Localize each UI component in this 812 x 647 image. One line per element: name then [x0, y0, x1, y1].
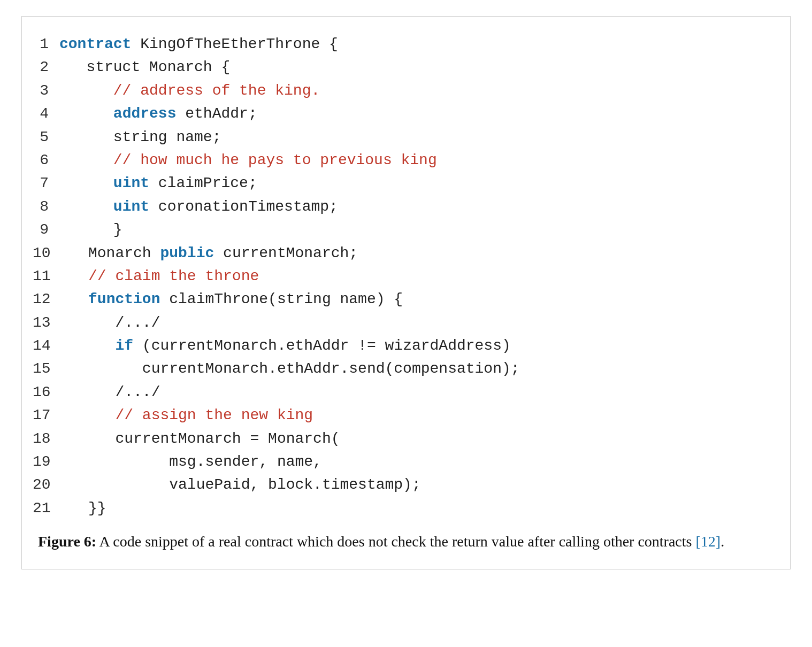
line-number: 20 — [33, 473, 62, 496]
line-content: string name; — [59, 126, 221, 149]
figure-caption: Figure 6: A code snippet of a real contr… — [33, 530, 769, 553]
line-number: 6 — [33, 149, 59, 172]
line-number: 7 — [33, 172, 59, 195]
line-number: 15 — [33, 357, 62, 380]
code-figure: 1contract KingOfTheEtherThrone {2 struct… — [21, 16, 791, 569]
line-number: 9 — [33, 218, 59, 241]
code-line: 19 msg.sender, name, — [33, 450, 769, 473]
code-segment: KingOfTheEtherThrone { — [131, 36, 338, 52]
code-line: 21 }} — [33, 497, 769, 520]
code-segment: /.../ — [62, 384, 160, 400]
code-segment: msg.sender, name, — [62, 453, 322, 470]
line-content: uint coronationTimestamp; — [59, 195, 338, 218]
line-content: if (currentMonarch.ethAddr != wizardAddr… — [62, 334, 511, 357]
code-segment: claimThrone(string name) { — [160, 291, 403, 307]
code-segment: if — [115, 337, 133, 354]
code-segment: address — [113, 105, 177, 122]
code-line: 7 uint claimPrice; — [33, 172, 769, 195]
line-content: contract KingOfTheEtherThrone { — [59, 33, 338, 56]
line-number: 12 — [33, 288, 62, 311]
code-segment: contract — [59, 36, 131, 52]
code-line: 1contract KingOfTheEtherThrone { — [33, 33, 769, 56]
line-number: 17 — [33, 404, 62, 427]
code-segment: ethAddr; — [176, 105, 257, 122]
code-segment: /.../ — [62, 314, 160, 331]
line-content: currentMonarch.ethAddr.send(compensation… — [62, 357, 520, 380]
code-block: 1contract KingOfTheEtherThrone {2 struct… — [33, 33, 769, 520]
line-content: struct Monarch { — [59, 56, 230, 79]
code-line: 14 if (currentMonarch.ethAddr != wizardA… — [33, 334, 769, 357]
line-number: 4 — [33, 102, 59, 125]
code-line: 12 function claimThrone(string name) { — [33, 288, 769, 311]
code-segment: struct Monarch { — [59, 59, 230, 75]
line-content: /.../ — [62, 381, 160, 404]
code-segment: // claim the throne — [62, 268, 259, 284]
line-content: // claim the throne — [62, 265, 259, 288]
code-segment: uint — [113, 175, 149, 191]
line-number: 8 — [33, 195, 59, 218]
code-segment — [59, 198, 113, 215]
caption-ref: [12] — [695, 533, 721, 550]
code-segment: // how much he pays to previous king — [59, 152, 437, 168]
code-segment: Monarch — [62, 245, 160, 261]
code-segment: currentMonarch; — [214, 245, 358, 261]
line-content: } — [59, 218, 122, 241]
code-line: 3 // address of the king. — [33, 79, 769, 102]
code-segment: // address of the king. — [59, 82, 320, 99]
line-number: 13 — [33, 311, 62, 334]
line-number: 11 — [33, 265, 62, 288]
code-line: 2 struct Monarch { — [33, 56, 769, 79]
line-content: currentMonarch = Monarch( — [62, 427, 340, 450]
line-content: // assign the new king — [62, 404, 313, 427]
code-segment: // assign the new king — [62, 407, 313, 423]
code-line: 9 } — [33, 218, 769, 241]
code-line: 8 uint coronationTimestamp; — [33, 195, 769, 218]
code-segment: claimPrice; — [149, 175, 257, 191]
code-segment: public — [160, 245, 214, 261]
line-number: 3 — [33, 79, 59, 102]
line-content: // address of the king. — [59, 79, 320, 102]
code-segment: (currentMonarch.ethAddr != wizardAddress… — [133, 337, 511, 354]
code-segment: valuePaid, block.timestamp); — [62, 476, 421, 493]
line-number: 1 — [33, 33, 59, 56]
line-number: 14 — [33, 334, 62, 357]
code-segment: } — [59, 221, 122, 238]
code-segment: coronationTimestamp; — [149, 198, 338, 215]
line-content: address ethAddr; — [59, 102, 257, 125]
line-number: 10 — [33, 242, 62, 265]
code-segment: uint — [113, 198, 149, 215]
code-line: 18 currentMonarch = Monarch( — [33, 427, 769, 450]
line-content: }} — [62, 497, 106, 520]
code-segment: }} — [62, 500, 106, 517]
code-line: 11 // claim the throne — [33, 265, 769, 288]
code-line: 13 /.../ — [33, 311, 769, 334]
code-line: 16 /.../ — [33, 381, 769, 404]
line-number: 19 — [33, 450, 62, 473]
code-line: 15 currentMonarch.ethAddr.send(compensat… — [33, 357, 769, 380]
line-number: 21 — [33, 497, 62, 520]
line-content: valuePaid, block.timestamp); — [62, 473, 421, 496]
code-line: 6 // how much he pays to previous king — [33, 149, 769, 172]
code-line: 4 address ethAddr; — [33, 102, 769, 125]
caption-text: A code snippet of a real contract which … — [96, 533, 695, 550]
code-line: 10 Monarch public currentMonarch; — [33, 242, 769, 265]
code-segment: currentMonarch.ethAddr.send(compensation… — [62, 360, 520, 377]
line-content: /.../ — [62, 311, 160, 334]
line-content: Monarch public currentMonarch; — [62, 242, 358, 265]
line-content: // how much he pays to previous king — [59, 149, 437, 172]
line-content: msg.sender, name, — [62, 450, 322, 473]
code-line: 5 string name; — [33, 126, 769, 149]
caption-end: . — [721, 533, 724, 550]
line-number: 18 — [33, 427, 62, 450]
code-segment — [59, 175, 113, 191]
code-segment — [62, 337, 116, 354]
code-line: 20 valuePaid, block.timestamp); — [33, 473, 769, 496]
code-segment — [59, 105, 113, 122]
line-content: uint claimPrice; — [59, 172, 257, 195]
code-segment: function — [88, 291, 160, 307]
code-segment: string name; — [59, 129, 221, 145]
line-content: function claimThrone(string name) { — [62, 288, 403, 311]
code-segment: currentMonarch = Monarch( — [62, 430, 340, 447]
line-number: 2 — [33, 56, 59, 79]
line-number: 16 — [33, 381, 62, 404]
